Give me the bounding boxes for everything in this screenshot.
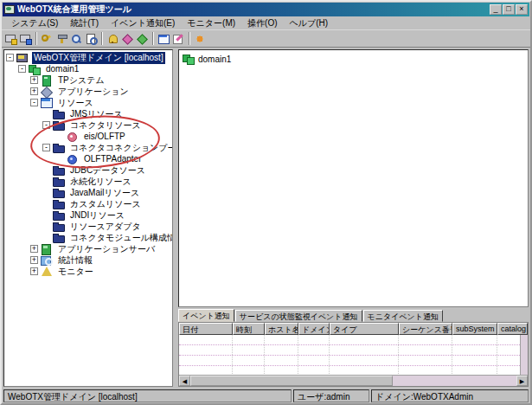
tree-item-resource-adapter[interactable]: リソースアダプタ — [4, 221, 172, 232]
tree-item-application[interactable]: + アプリケーション — [4, 86, 172, 97]
status-domain: ドメイン:WebOTXAdmin — [371, 389, 529, 402]
menu-event-notification[interactable]: イベント通知(E) — [105, 16, 181, 30]
expand-toggle[interactable]: + — [30, 76, 38, 84]
toolbar-button-edit-log[interactable] — [171, 31, 186, 46]
toolbar-button-event-green[interactable] — [135, 31, 150, 46]
tree-item-webotx-domain[interactable]: - WebOTX管理ドメイン [localhost] — [4, 52, 172, 63]
edit-log-icon — [173, 34, 184, 44]
tree-item-label: JMSリソース — [68, 108, 125, 120]
folder-icon — [53, 210, 66, 221]
table-row — [179, 345, 520, 356]
tree-item-tp-system[interactable]: + TPシステム — [4, 74, 172, 86]
toolbar-button-window[interactable] — [157, 31, 171, 46]
toolbar-button-tool[interactable] — [54, 31, 69, 46]
column-header-hostname[interactable]: ホスト名 — [265, 323, 298, 335]
column-header-subsystem[interactable]: subSystem — [452, 323, 497, 335]
toolbar-button-setup[interactable] — [40, 31, 54, 46]
tree-item-jndi-resource[interactable]: JNDIリソース — [4, 209, 172, 221]
expand-toggle[interactable]: + — [30, 245, 38, 253]
tree-item-connector-module-config[interactable]: コネクタモジュール構成情報 — [4, 232, 172, 243]
scroll-left-arrow-icon[interactable]: ◀ — [179, 376, 190, 386]
menu-statistics[interactable]: 統計(T) — [64, 16, 105, 30]
event-pink-diamond-icon — [122, 34, 133, 44]
vertical-scrollbar-track[interactable] — [520, 335, 528, 375]
folder-icon — [53, 165, 66, 176]
expand-toggle[interactable]: - — [42, 144, 50, 151]
expand-toggle[interactable]: + — [30, 256, 38, 264]
tree-item-label: コネクタリソース — [68, 119, 143, 132]
column-header-type[interactable]: タイプ — [330, 323, 399, 335]
window-title: WebOTX統合運用管理ツール — [17, 3, 489, 16]
toolbar-button-alert[interactable] — [193, 31, 208, 46]
alert-star-icon — [195, 34, 206, 44]
column-header-domainname[interactable]: ドメイン名 — [298, 323, 330, 335]
tree-item-application-server[interactable]: + アプリケーションサーバ — [4, 243, 172, 254]
toolbar-separator — [35, 32, 37, 45]
tree-item-olftp-adapter[interactable]: OLFTPAdapter — [4, 153, 172, 164]
expand-toggle[interactable]: - — [6, 54, 14, 61]
column-header-sequence[interactable]: シーケンス番号 — [399, 323, 452, 335]
expand-toggle[interactable]: - — [30, 99, 38, 106]
tree-item-resources[interactable]: - リソース — [4, 97, 172, 108]
tree-item-javamail-resource[interactable]: JavaMailリソース — [4, 187, 172, 198]
menu-monitor[interactable]: モニター(M) — [181, 16, 241, 30]
toolbar-button-connect[interactable] — [3, 31, 18, 46]
management-domain-icon — [16, 53, 29, 63]
close-button[interactable]: × — [516, 4, 528, 15]
tree-item-label: 統計情報 — [56, 254, 94, 267]
tab-strip: イベント通知 サービスの状態監視イベント通知 モニタイベント通知 — [178, 309, 529, 322]
toolbar-button-notify[interactable] — [106, 31, 120, 46]
column-header-time[interactable]: 時刻 — [233, 323, 265, 335]
event-tab-area: イベント通知 サービスの状態監視イベント通知 モニタイベント通知 日付 時刻 ホ… — [178, 309, 529, 387]
content-list-panel: domain1 — [178, 49, 529, 307]
tree-item-connector-resource[interactable]: - コネクタリソース — [4, 119, 172, 131]
horizontal-scrollbar[interactable]: ◀ ▶ — [179, 375, 528, 386]
expand-toggle[interactable]: - — [18, 65, 26, 73]
tab-monitor-event-notification[interactable]: モニタイベント通知 — [363, 310, 443, 322]
column-header-catalog[interactable]: catalog — [497, 323, 528, 335]
toolbar-separator — [189, 32, 190, 45]
toolbar-separator — [101, 32, 103, 45]
maximize-button[interactable]: □ — [503, 4, 515, 15]
minimize-button[interactable]: _ — [490, 4, 502, 15]
menu-operation[interactable]: 操作(O) — [241, 16, 283, 30]
tree-item-jdbc-datasource[interactable]: JDBCデータソース — [4, 164, 172, 176]
tree-item-domain1[interactable]: - domain1 — [4, 63, 172, 74]
status-bar: WebOTX管理ドメイン [localhost] ユーザ:admin ドメイン:… — [2, 389, 530, 403]
tab-event-notification[interactable]: イベント通知 — [178, 309, 234, 322]
tree-item-persistence-resource[interactable]: 永続化リソース — [4, 176, 172, 187]
column-header-date[interactable]: 日付 — [179, 323, 233, 335]
adapter-icon — [67, 154, 80, 164]
toolbar-button-zoom[interactable] — [69, 31, 84, 46]
folder-icon — [53, 109, 66, 119]
expand-toggle[interactable]: + — [30, 267, 38, 275]
tree-item-connector-connection-pool[interactable]: - コネクタコネクションプール — [4, 142, 172, 153]
tree-item-label: アプリケーションサーバ — [56, 243, 157, 255]
tab-service-status-event-notification[interactable]: サービスの状態監視イベント通知 — [235, 310, 362, 322]
toolbar-button-connect-domain[interactable] — [18, 31, 33, 46]
folder-icon — [53, 233, 66, 243]
menu-help[interactable]: ヘルプ(H) — [284, 16, 335, 30]
list-item-domain1[interactable]: domain1 — [183, 54, 524, 64]
tree-item-label: JDBCデータソース — [68, 164, 147, 177]
resources-icon — [41, 98, 54, 108]
menu-system[interactable]: システム(S) — [5, 16, 64, 30]
toolbar-button-event-pink[interactable] — [120, 31, 135, 46]
tree-item-label: コネクタコネクションプール — [68, 142, 173, 154]
tree-item-custom-resource[interactable]: カスタムリソース — [4, 198, 172, 209]
tree-item-statistics[interactable]: + 統計情報 — [4, 254, 172, 266]
tree-item-eis-olftp[interactable]: eis/OLFTP — [4, 131, 172, 142]
scroll-right-arrow-icon[interactable]: ▶ — [516, 376, 528, 386]
expand-toggle[interactable]: - — [42, 121, 50, 129]
toolbar-button-find[interactable] — [84, 31, 99, 46]
tree-item-label: JNDIリソース — [68, 209, 126, 222]
expand-toggle[interactable]: + — [30, 87, 38, 95]
scrollbar-thumb[interactable] — [190, 376, 393, 386]
tree-item-monitor[interactable]: + モニター — [4, 266, 172, 277]
tree-item-label: リソースアダプタ — [68, 221, 143, 233]
tree-item-label: OLFTPAdapter — [82, 154, 144, 164]
folder-icon — [53, 120, 66, 131]
tree-item-jms-resource[interactable]: JMSリソース — [4, 108, 172, 119]
main-area: - WebOTX管理ドメイン [localhost] - domain1 + T… — [2, 48, 530, 389]
tree-item-label: 永続化リソース — [68, 176, 133, 188]
